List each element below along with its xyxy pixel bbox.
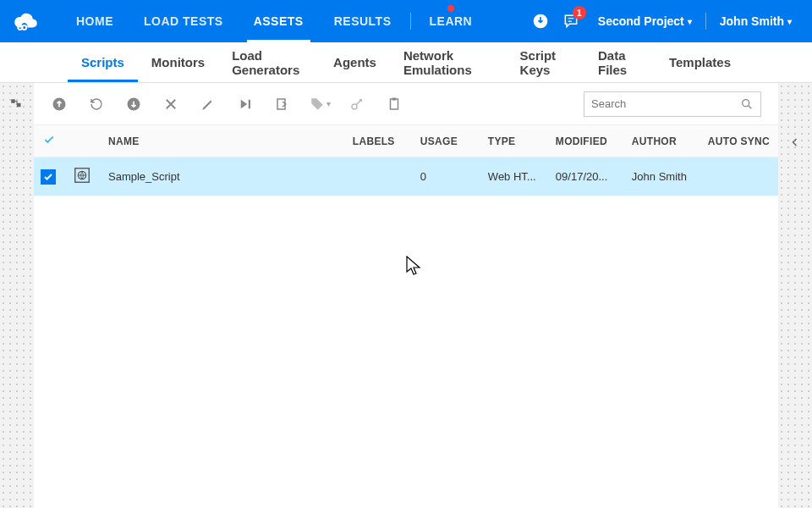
download-icon xyxy=(532,13,549,30)
user-picker-label: John Smith xyxy=(720,14,784,28)
script-web-icon xyxy=(73,166,91,185)
chevron-down-icon: ▾ xyxy=(787,17,792,26)
side-rail xyxy=(0,83,34,508)
svg-rect-9 xyxy=(391,99,398,109)
notification-dot-icon xyxy=(447,5,454,12)
nav-separator xyxy=(410,13,411,30)
col-author[interactable]: AUTHOR xyxy=(623,125,700,157)
subnav-script-keys[interactable]: Script Keys xyxy=(507,42,584,82)
svg-point-11 xyxy=(743,99,749,106)
check-icon xyxy=(43,134,55,146)
feedback-button[interactable]: 1 xyxy=(557,8,584,35)
subnav-data-files[interactable]: Data Files xyxy=(584,42,656,82)
toolbar: ▾ xyxy=(34,83,778,125)
table-header-row: NAME LABELS USAGE TYPE MODIFIED AUTHOR A… xyxy=(34,125,778,157)
nav-assets[interactable]: ASSETS xyxy=(239,0,319,42)
download-circle-icon xyxy=(125,96,142,113)
col-type[interactable]: TYPE xyxy=(480,125,547,157)
upload-button[interactable] xyxy=(47,92,71,116)
subnav-load-generators[interactable]: Load Generators xyxy=(218,42,320,82)
download-asset-button[interactable] xyxy=(122,92,145,116)
search-icon xyxy=(740,97,754,111)
subnav-agents[interactable]: Agents xyxy=(320,42,390,82)
close-icon xyxy=(163,97,178,112)
nav-learn-label: LEARN xyxy=(430,14,473,28)
run-button[interactable] xyxy=(233,92,257,116)
topbar-separator xyxy=(705,13,706,30)
subnav-scripts[interactable]: Scripts xyxy=(68,42,138,82)
edit-button[interactable] xyxy=(196,92,220,116)
search-input[interactable] xyxy=(591,97,740,110)
col-autosync[interactable]: AUTO SYNC xyxy=(700,125,778,157)
nav-results[interactable]: RESULTS xyxy=(319,0,407,42)
cell-name: Sample_Script xyxy=(108,170,180,183)
tag-icon xyxy=(310,97,325,112)
cell-usage: 0 xyxy=(412,157,480,196)
col-modified[interactable]: MODIFIED xyxy=(547,125,623,157)
cell-autosync xyxy=(700,157,778,196)
svg-rect-10 xyxy=(392,97,397,100)
table-area: NAME LABELS USAGE TYPE MODIFIED AUTHOR A… xyxy=(34,125,778,196)
check-icon xyxy=(43,172,53,182)
chevron-right-icon xyxy=(790,137,800,147)
col-name[interactable]: NAME xyxy=(100,125,344,157)
topbar: HOME LOAD TESTS ASSETS RESULTS LEARN 1 S… xyxy=(0,0,812,42)
col-usage[interactable]: USAGE xyxy=(412,125,480,157)
tree-toggle-button[interactable] xyxy=(5,93,29,117)
col-labels[interactable]: LABELS xyxy=(344,125,412,157)
header-select-all[interactable] xyxy=(34,125,64,157)
app-logo[interactable] xyxy=(10,6,41,36)
cell-modified: 09/17/20... xyxy=(547,157,623,196)
export-icon xyxy=(275,97,290,112)
svg-point-8 xyxy=(352,104,357,109)
subnav: Scripts Monitors Load Generators Agents … xyxy=(0,42,812,83)
link-button[interactable] xyxy=(345,92,369,116)
panel-collapse-button[interactable] xyxy=(787,134,804,151)
subnav-templates[interactable]: Templates xyxy=(656,42,744,82)
user-picker[interactable]: John Smith ▾ xyxy=(710,14,802,28)
export-button[interactable] xyxy=(271,92,294,116)
clipboard-icon xyxy=(387,97,402,112)
content-panel: ▾ xyxy=(34,83,778,508)
copy-button[interactable] xyxy=(382,92,406,116)
tree-icon xyxy=(9,97,25,113)
nav-load-tests[interactable]: LOAD TESTS xyxy=(129,0,239,42)
download-button[interactable] xyxy=(527,8,554,35)
chevron-down-icon: ▾ xyxy=(688,17,692,26)
feedback-badge: 1 xyxy=(573,6,586,19)
key-icon xyxy=(349,97,365,112)
subnav-monitors[interactable]: Monitors xyxy=(138,42,218,82)
play-skip-icon xyxy=(238,97,253,112)
workspace: ▾ xyxy=(0,83,812,508)
topnav-items: HOME LOAD TESTS ASSETS RESULTS LEARN xyxy=(61,0,487,42)
upload-icon xyxy=(51,96,68,113)
pencil-icon xyxy=(200,97,216,112)
topbar-right: 1 Second Project ▾ John Smith ▾ xyxy=(527,8,802,35)
cell-type: Web HT... xyxy=(480,157,547,196)
svg-rect-4 xyxy=(17,103,21,108)
project-picker[interactable]: Second Project ▾ xyxy=(588,14,702,28)
chevron-down-icon: ▾ xyxy=(326,99,331,108)
table-row[interactable]: Sample_Script 0 Web HT... 09/17/20... Jo… xyxy=(34,157,778,196)
project-picker-label: Second Project xyxy=(598,14,684,28)
reload-icon xyxy=(89,97,104,112)
nav-home[interactable]: HOME xyxy=(61,0,129,42)
delete-button[interactable] xyxy=(159,92,183,116)
tag-button[interactable]: ▾ xyxy=(308,92,332,116)
row-checkbox[interactable] xyxy=(41,169,56,185)
scripts-table: NAME LABELS USAGE TYPE MODIFIED AUTHOR A… xyxy=(34,125,778,196)
nav-learn[interactable]: LEARN xyxy=(414,0,488,42)
cell-labels xyxy=(344,157,412,196)
reload-button[interactable] xyxy=(85,92,108,116)
search-box[interactable] xyxy=(584,91,761,117)
svg-rect-3 xyxy=(11,99,15,103)
cell-author: John Smith xyxy=(623,157,700,196)
subnav-network-emulations[interactable]: Network Emulations xyxy=(390,42,507,82)
svg-rect-7 xyxy=(277,99,285,109)
